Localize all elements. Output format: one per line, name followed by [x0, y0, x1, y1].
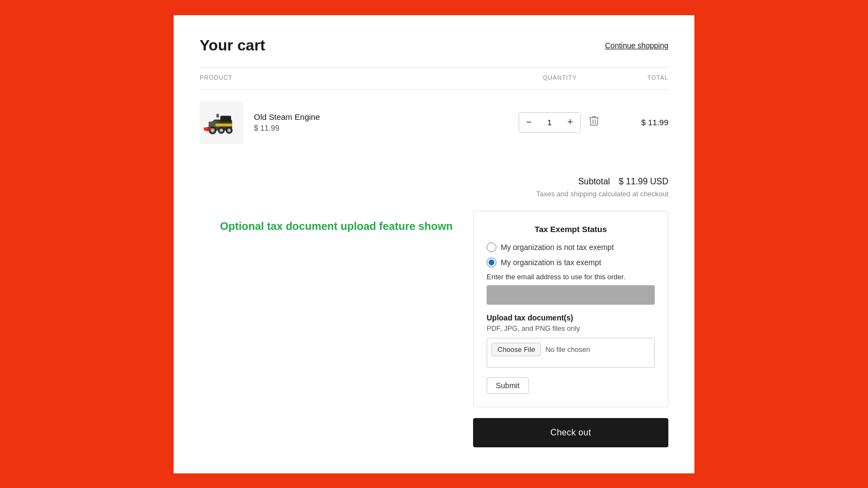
quantity-increase-button[interactable]: + — [560, 113, 580, 132]
item-info: Old Steam Engine $ 11.99 — [254, 112, 320, 132]
svg-rect-16 — [204, 127, 208, 130]
table-header: PRODUCT QUANTITY TOTAL — [200, 67, 668, 85]
tax-note: Taxes and shipping calculated at checkou… — [536, 190, 668, 198]
right-panel: Subtotal $ 11.99 USD Taxes and shipping … — [473, 177, 668, 447]
svg-point-14 — [228, 129, 231, 131]
svg-point-8 — [212, 129, 214, 131]
item-image — [200, 101, 243, 144]
quantity-input[interactable] — [539, 118, 560, 127]
choose-file-button[interactable]: Choose File — [492, 343, 541, 356]
svg-rect-3 — [214, 123, 232, 126]
quantity-decrease-button[interactable]: − — [519, 113, 539, 132]
optional-feature-label: Optional tax document upload feature sho… — [200, 177, 473, 233]
file-row: Choose File No file chosen — [492, 343, 650, 356]
radio-not-exempt[interactable]: My organization is not tax exempt — [487, 242, 655, 252]
radio-exempt[interactable]: My organization is tax exempt — [487, 258, 655, 267]
checkout-button[interactable]: Check out — [473, 418, 668, 447]
tax-exempt-box: Tax Exempt Status My organization is not… — [473, 211, 668, 407]
radio-exempt-input[interactable] — [487, 258, 496, 267]
item-total: $ 11.99 — [603, 118, 668, 127]
email-instruction: Enter the email address to use for this … — [487, 273, 655, 281]
continue-shopping-link[interactable]: Continue shopping — [605, 41, 668, 50]
subtotal-row: Subtotal $ 11.99 USD — [578, 177, 668, 187]
tax-exempt-title: Tax Exempt Status — [487, 224, 655, 234]
svg-rect-4 — [216, 113, 219, 117]
bottom-area: Optional tax document upload feature sho… — [200, 177, 668, 447]
col-header-product: PRODUCT — [200, 74, 516, 81]
item-name: Old Steam Engine — [254, 112, 320, 121]
submit-button[interactable]: Submit — [487, 377, 529, 394]
item-product: Old Steam Engine $ 11.99 — [200, 101, 516, 144]
radio-not-exempt-input[interactable] — [487, 242, 496, 252]
cart-header: Your cart Continue shopping — [200, 37, 668, 54]
item-quantity-control: − + — [516, 112, 603, 133]
table-row: Old Steam Engine $ 11.99 − + $ 11.99 — [200, 89, 668, 155]
upload-title: Upload tax document(s) — [487, 313, 655, 322]
upload-note: PDF, JPG, and PNG files only — [487, 324, 655, 332]
file-upload-wrapper: Choose File No file chosen — [487, 338, 655, 368]
radio-not-exempt-label: My organization is not tax exempt — [501, 243, 614, 252]
page-title: Your cart — [200, 37, 265, 54]
trash-icon — [589, 115, 599, 126]
subtotal-value: $ 11.99 USD — [618, 177, 668, 187]
svg-point-11 — [220, 129, 222, 131]
delete-item-button[interactable] — [587, 113, 601, 131]
radio-exempt-label: My organization is tax exempt — [501, 258, 601, 267]
no-file-text: No file chosen — [545, 345, 590, 354]
email-field[interactable] — [487, 285, 655, 305]
quantity-stepper[interactable]: − + — [519, 112, 580, 133]
col-header-total: TOTAL — [603, 74, 668, 81]
cart-page: Your cart Continue shopping PRODUCT QUAN… — [174, 15, 694, 473]
product-image-svg — [202, 103, 241, 142]
col-header-quantity: QUANTITY — [516, 74, 603, 81]
item-price: $ 11.99 — [254, 124, 320, 132]
subtotal-label: Subtotal — [578, 177, 610, 187]
svg-rect-1 — [220, 115, 231, 121]
